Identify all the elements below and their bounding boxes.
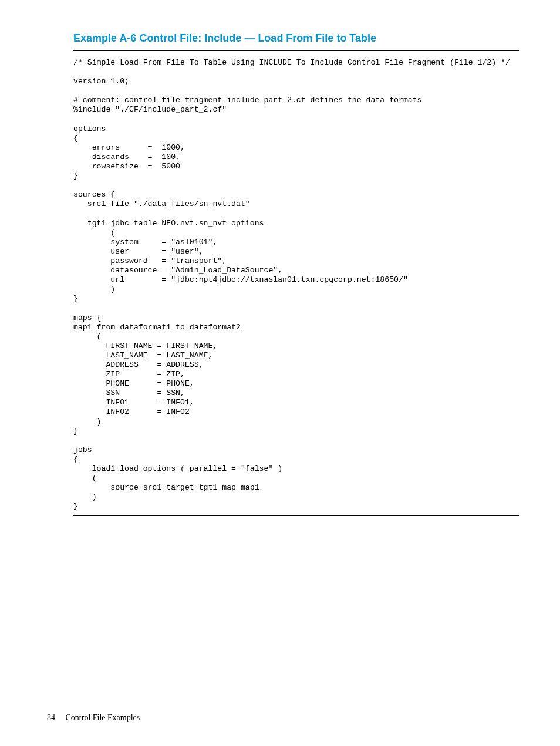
page-number: 84	[47, 713, 55, 722]
page-footer: 84 Control File Examples	[47, 713, 140, 723]
divider-top	[73, 50, 519, 51]
page-container: Example A-6 Control File: Include — Load…	[0, 0, 560, 746]
code-listing: /* Simple Load From File To Table Using …	[73, 58, 519, 512]
example-title: Example A-6 Control File: Include — Load…	[73, 32, 519, 45]
divider-bottom	[73, 515, 519, 516]
section-name: Control File Examples	[66, 713, 140, 722]
